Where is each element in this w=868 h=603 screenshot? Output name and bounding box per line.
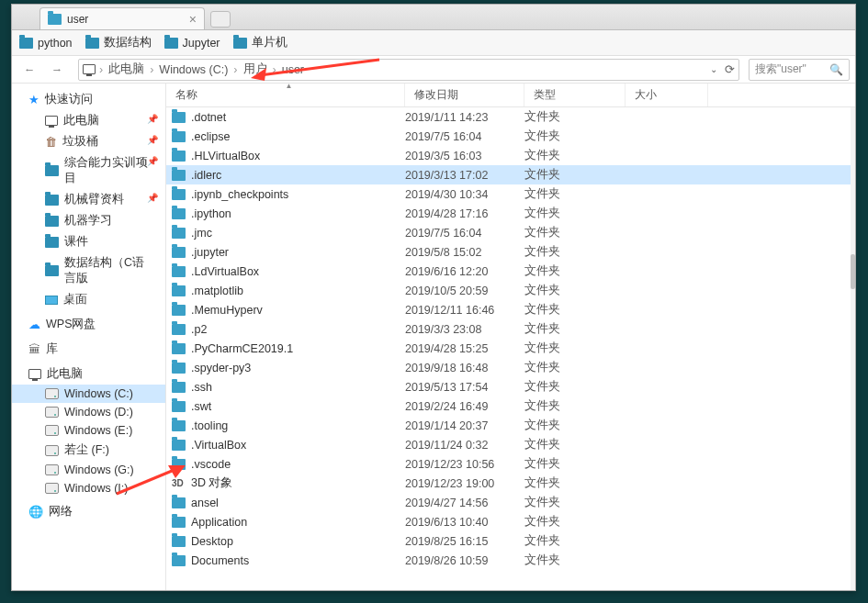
file-date: 2019/6/13 10:40 (405, 516, 524, 529)
file-row[interactable]: .jmc2019/7/5 16:04文件夹 (166, 223, 855, 242)
sidebar-quick-access[interactable]: ★快速访问 (12, 89, 165, 110)
sidebar-drive-e[interactable]: Windows (E:) (12, 421, 165, 440)
folder-icon (48, 14, 62, 25)
new-tab-button[interactable] (210, 11, 231, 28)
sidebar-drive-d[interactable]: Windows (D:) (12, 403, 165, 421)
file-type: 文件夹 (524, 475, 626, 491)
crumb-thispc[interactable]: 此电脑 (107, 61, 146, 77)
sidebar-item-project[interactable]: 综合能力实训项目📌 (12, 152, 165, 189)
sidebar-thispc-head[interactable]: 此电脑 (12, 363, 165, 385)
file-type: 文件夹 (524, 360, 626, 375)
file-row[interactable]: .LdVirtualBox2019/6/16 12:20文件夹 (166, 262, 855, 281)
file-row[interactable]: .ssh2019/5/13 17:54文件夹 (166, 377, 855, 396)
chevron-down-icon[interactable]: ⌄ (710, 64, 717, 74)
file-date: 2019/1/14 20:37 (405, 419, 524, 432)
address-bar[interactable]: › 此电脑 › Windows (C:) › 用户 › user ⌄ ⟳ (78, 59, 739, 81)
sidebar-item-desktop[interactable]: 桌面 (12, 289, 165, 310)
file-row[interactable]: .p22019/3/3 23:08文件夹 (166, 319, 855, 339)
file-row[interactable]: ansel2019/4/27 14:56文件夹 (166, 493, 855, 512)
tab-user[interactable]: user × (39, 7, 205, 29)
col-type[interactable]: 类型 (524, 84, 626, 106)
content-area: ★快速访问 此电脑📌 🗑垃圾桶📌 综合能力实训项目📌 机械臂资料📌 机器学习 课… (12, 84, 855, 590)
back-button[interactable]: ← (17, 60, 41, 80)
file-rows[interactable]: .config2019/10/5 20:59文件夹.dotnet2019/1/1… (166, 107, 855, 590)
file-row[interactable]: Application2019/6/13 10:40文件夹 (166, 512, 855, 531)
sidebar-drive-c[interactable]: Windows (C:) (12, 385, 165, 403)
file-name: .VirtualBox (191, 439, 246, 452)
file-type: 文件夹 (524, 514, 626, 530)
drive-icon (45, 464, 59, 475)
file-row[interactable]: .eclipse2019/7/5 16:04文件夹 (166, 127, 855, 146)
file-type: 文件夹 (524, 244, 626, 260)
refresh-icon[interactable]: ⟳ (725, 62, 735, 76)
file-row[interactable]: .ipython2019/4/28 17:16文件夹 (166, 204, 855, 223)
bookmark-python[interactable]: python (19, 37, 73, 50)
sidebar-network[interactable]: 🌐网络 (12, 501, 165, 522)
col-size[interactable]: 大小 (626, 84, 708, 106)
file-row[interactable]: .swt2019/2/24 16:49文件夹 (166, 396, 855, 416)
file-row[interactable]: Documents2019/8/26 10:59文件夹 (166, 551, 855, 570)
sidebar-item-thispc[interactable]: 此电脑📌 (12, 110, 165, 131)
bookmarks-bar: python 数据结构 Jupyter 单片机 (12, 30, 855, 56)
file-type: 文件夹 (524, 225, 626, 240)
folder-icon (172, 536, 186, 547)
folder-icon (172, 266, 186, 277)
search-box[interactable]: 搜索"user" 🔍 (749, 59, 850, 81)
folder-icon (172, 189, 186, 200)
sidebar-wps[interactable]: ☁WPS网盘 (12, 314, 165, 335)
file-row[interactable]: .tooling2019/1/14 20:37文件夹 (166, 416, 855, 435)
file-row[interactable]: .idlerc2019/3/13 17:02文件夹 (166, 165, 855, 184)
drive-icon (45, 483, 59, 494)
pc-icon (83, 64, 96, 74)
col-date[interactable]: 修改日期 (405, 84, 524, 106)
sidebar-item-ml[interactable]: 机器学习 (12, 210, 165, 231)
sidebar-item-robot[interactable]: 机械臂资料📌 (12, 189, 165, 210)
pin-icon: 📌 (147, 135, 158, 145)
sidebar-drive-g[interactable]: Windows (G:) (12, 461, 165, 479)
file-row[interactable]: Desktop2019/8/25 16:15文件夹 (166, 531, 855, 551)
bookmark-data-structure[interactable]: 数据结构 (85, 35, 152, 50)
drive-icon (45, 388, 59, 399)
bookmark-mcu[interactable]: 单片机 (233, 35, 287, 50)
file-date: 2019/4/28 15:25 (405, 342, 524, 355)
sidebar-item-course[interactable]: 课件 (12, 231, 165, 252)
forward-button[interactable]: → (45, 60, 69, 80)
file-row[interactable]: .HLVirtualBox2019/3/5 16:03文件夹 (166, 146, 855, 165)
file-type: 文件夹 (524, 456, 626, 472)
sidebar-drive-f[interactable]: 若尘 (F:) (12, 440, 165, 461)
bookmark-jupyter[interactable]: Jupyter (164, 37, 220, 50)
tab-close-icon[interactable]: × (189, 13, 197, 26)
file-date: 2019/10/5 20:59 (405, 285, 524, 297)
nav-bar: ← → › 此电脑 › Windows (C:) › 用户 › user ⌄ ⟳… (12, 56, 855, 84)
file-name: ansel (191, 497, 219, 509)
file-row[interactable]: .MemuHyperv2019/12/11 16:46文件夹 (166, 300, 855, 319)
file-row[interactable]: .dotnet2019/1/11 14:23文件夹 (166, 107, 855, 127)
file-type: 文件夹 (524, 186, 626, 202)
folder-icon (172, 497, 186, 508)
search-icon[interactable]: 🔍 (829, 63, 843, 76)
scrollbar[interactable] (851, 107, 855, 590)
file-row[interactable]: 3D3D 对象2019/12/23 19:00文件夹 (166, 474, 855, 493)
crumb-users[interactable]: 用户 (242, 61, 269, 77)
sidebar-item-trash[interactable]: 🗑垃圾桶📌 (12, 131, 165, 152)
file-row[interactable]: .PyCharmCE2019.12019/4/28 15:25文件夹 (166, 339, 855, 358)
file-date: 2019/7/5 16:04 (405, 130, 524, 143)
file-name: .ipython (191, 207, 231, 220)
sidebar-drive-i[interactable]: Windows (I:) (12, 479, 165, 497)
crumb-drive[interactable]: Windows (C:) (157, 63, 230, 76)
sidebar-item-ds[interactable]: 数据结构（C语言版 (12, 252, 165, 289)
crumb-user[interactable]: user (280, 63, 306, 76)
col-name[interactable]: ▲名称 (166, 84, 405, 106)
file-row[interactable]: .vscode2019/12/23 10:56文件夹 (166, 454, 855, 474)
folder-icon (85, 38, 99, 49)
file-type: 文件夹 (524, 263, 626, 279)
sidebar-library[interactable]: 🏛库 (12, 339, 165, 360)
drive-icon (45, 445, 59, 456)
file-name: Documents (191, 554, 249, 567)
file-row[interactable]: .matplotlib2019/10/5 20:59文件夹 (166, 281, 855, 300)
file-row[interactable]: .jupyter2019/5/8 15:02文件夹 (166, 242, 855, 262)
file-type: 文件夹 (524, 167, 626, 183)
file-row[interactable]: .ipynb_checkpoints2019/4/30 10:34文件夹 (166, 184, 855, 204)
file-row[interactable]: .VirtualBox2019/11/24 0:32文件夹 (166, 435, 855, 454)
file-row[interactable]: .spyder-py32019/9/18 16:48文件夹 (166, 358, 855, 377)
